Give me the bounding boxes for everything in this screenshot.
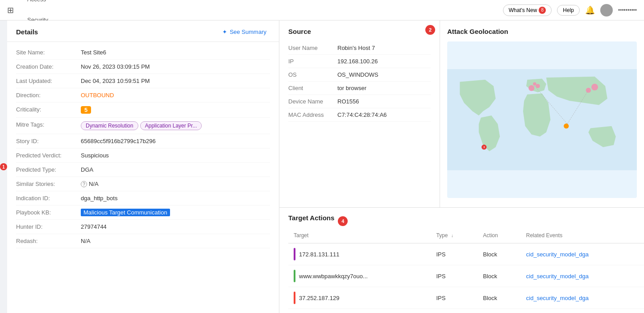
detail-row: Direction:OUTBOUND [16,88,270,103]
svg-point-1 [536,84,540,88]
table-row: www.azmvmy5lhmudpsu...IPSBlockcid_securi… [288,309,644,313]
detail-row: Creation Date:Nov 26, 2023 03:09:15 PM [16,60,270,74]
detail-value: dga_http_bots [81,195,270,202]
target-color-bar [294,292,295,304]
col-type[interactable]: Type ↓ [431,228,478,243]
detail-row: Last Updated:Dec 04, 2023 10:59:51 PM [16,74,270,88]
bell-icon[interactable]: 🔔 [585,5,595,15]
source-row: IP192.168.100.26 [288,55,431,68]
source-rows: User NameRobin's Host 7IP192.168.100.26O… [288,41,431,122]
detail-label: Playbook KB: [16,209,81,216]
target-actions-body: 172.81.131.111IPSBlockcid_security_model… [288,243,644,313]
star-icon: ✦ [222,29,227,35]
see-summary-label: See Summary [230,29,266,35]
detail-label: Hunter ID: [16,223,81,230]
related-events-cell[interactable]: cid_security_model_dga [521,287,644,309]
main-layout: 1 Details ✦ See Summary Site Name:Test S… [0,21,644,313]
target-cell: www.wwbpawkkqzy7ouo... [288,265,431,287]
detail-label: Criticality: [16,106,81,113]
source-row: OSOS_WINDOWS [288,68,431,82]
target-cell: 172.81.131.111 [288,243,431,265]
source-label: OS [288,71,337,78]
criticality-badge: 5 [81,106,91,114]
geo-map: 3 [447,41,637,198]
mitre-tag[interactable]: Dynamic Resolution [81,121,138,130]
target-address: 172.81.131.111 [299,251,339,258]
details-title: Details [16,28,38,36]
help-button[interactable]: Help [557,5,580,16]
detail-row: Playbook KB:Malicious Target Communicati… [16,206,270,220]
playbook-highlight: Malicious Target Communication [81,209,170,216]
detail-label: Site Name: [16,49,81,56]
detail-value: Dec 04, 2023 10:59:51 PM [81,78,270,84]
geo-panel: Attack Geolocation [440,21,644,207]
table-row: 37.252.187.129IPSBlockcid_security_model… [288,287,644,309]
source-value: 192.168.100.26 [337,58,378,65]
mitre-tag[interactable]: Application Layer Pr... [140,121,202,130]
source-label: IP [288,58,337,65]
svg-point-4 [586,88,591,93]
col-action: Action [478,228,520,243]
detail-value[interactable]: OUTBOUND [81,92,270,99]
source-value: RO1556 [337,98,359,105]
nav-item-access[interactable]: Access [21,0,70,10]
detail-label: Indication ID: [16,195,81,202]
user-name: •••••••••• [618,7,637,13]
detail-row: Hunter ID:27974744 [16,220,270,234]
target-cell: 37.252.187.129 [288,287,431,309]
target-actions-badge: 4 [338,216,348,226]
source-panel: Source 2 User NameRobin's Host 7IP192.16… [279,21,440,207]
detail-value: Suspicious [81,152,270,159]
detail-label: Redash: [16,238,81,244]
details-panel: Details ✦ See Summary Site Name:Test Sit… [7,21,279,313]
source-value: C7:74:C4:28:74:A6 [337,111,387,118]
grid-icon[interactable]: ⊞ [7,5,14,15]
detail-label: Similar Stories: [16,181,81,187]
detail-row: Similar Stories:?N/A [16,177,270,191]
detail-value: N/A [81,238,270,244]
source-title: Source [288,28,431,35]
type-cell: IPS [431,287,478,309]
detail-value: 65689cc5f916b2799c17b296 [81,138,270,144]
detail-label: Mitre Tags: [16,121,81,128]
source-row: Device NameRO1556 [288,95,431,108]
detail-label: Last Updated: [16,78,81,84]
detail-row: Predicted Type:DGA [16,163,270,177]
action-cell: Block [478,287,520,309]
col-target: Target [288,228,431,243]
details-header: Details ✦ See Summary [7,21,279,42]
svg-point-5 [591,84,598,91]
detail-row: Mitre Tags:Dynamic ResolutionApplication… [16,118,270,134]
related-events-cell[interactable]: cid_security_model_dga [521,309,644,313]
see-summary-button[interactable]: ✦ See Summary [219,27,270,37]
side-badge: 1 [0,163,7,170]
source-value: Robin's Host 7 [337,45,375,51]
related-events-cell[interactable]: cid_security_model_dga [521,265,644,287]
source-label: MAC Address [288,111,337,118]
type-cell: IPS [431,265,478,287]
detail-value: DGA [81,166,270,173]
target-color-bar [294,248,295,260]
side-indicator: 1 [0,21,7,313]
geo-title: Attack Geolocation [447,28,637,35]
table-container[interactable]: Target Type ↓ Action Related Events 172.… [279,228,644,313]
detail-label: Predicted Verdict: [16,152,81,159]
type-cell: IPS [431,309,478,313]
action-cell: Block [478,309,520,313]
detail-row: Predicted Verdict:Suspicious [16,148,270,163]
detail-row: Story ID:65689cc5f916b2799c17b296 [16,134,270,148]
avatar [600,4,613,16]
detail-label: Creation Date: [16,63,81,70]
table-row: 172.81.131.111IPSBlockcid_security_model… [288,243,644,265]
detail-value: 27974744 [81,223,270,230]
related-events-cell[interactable]: cid_security_model_dga [521,243,644,265]
top-panels: Source 2 User NameRobin's Host 7IP192.16… [279,21,644,208]
svg-point-8 [564,124,569,128]
detail-label: Story ID: [16,138,81,144]
detail-value: ?N/A [81,181,270,187]
whats-new-badge: 8 [539,7,546,14]
whats-new-button[interactable]: What's New 8 [503,4,552,16]
source-badge: 2 [425,25,435,35]
target-color-bar [294,270,295,282]
top-navigation: ⊞ MonitoringNetworkAccessSecurityAssetsA… [0,0,644,21]
